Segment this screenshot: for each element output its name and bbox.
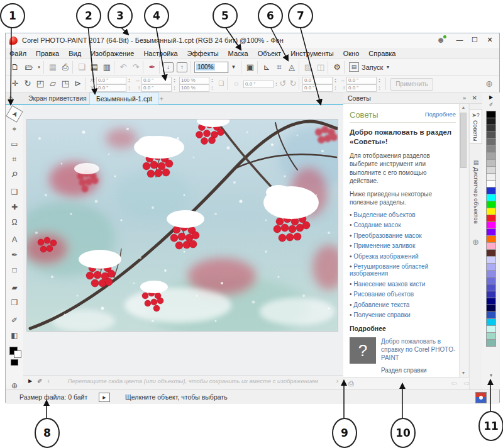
x-field[interactable]: 0.0 " — [96, 77, 126, 84]
mask-overlay-icon[interactable]: ◫ — [315, 62, 326, 73]
rectangle-mask-tool-icon[interactable]: ▭ — [8, 138, 21, 150]
rulers-icon[interactable]: ⊾ — [261, 62, 272, 73]
tips-link[interactable]: Выделение объектов — [350, 211, 456, 218]
paint-tool-icon[interactable]: ✒ — [8, 249, 21, 261]
eraser-tool-icon[interactable]: ▰ — [8, 281, 21, 294]
account-icon[interactable]: ☻ — [435, 35, 446, 45]
x-spinner[interactable]: ▴▾ — [127, 78, 131, 83]
save-icon[interactable]: ▦ — [47, 62, 58, 73]
width-spinner[interactable]: ▴▾ — [172, 78, 177, 83]
angle-field[interactable]: 0.0 ° — [243, 81, 274, 88]
scrollbar-thumb[interactable] — [460, 113, 467, 168]
tips-link[interactable]: Рисование объектов — [350, 291, 456, 298]
effect-tool-icon[interactable]: Ω — [8, 216, 21, 228]
perspective-icon[interactable]: ◳ — [60, 78, 71, 89]
close-button[interactable]: ✕ — [483, 36, 497, 44]
back-arrow-icon[interactable]: ⇦ — [451, 379, 457, 388]
palette-scroll-down-icon[interactable]: ▾ — [487, 372, 495, 379]
palette-flyout-icon[interactable]: ▶ — [487, 94, 495, 101]
fill-tool-icon[interactable]: ◧ — [8, 329, 21, 342]
distort-icon[interactable]: ⊳ — [72, 78, 84, 89]
scroll-down-icon[interactable]: ▼ — [460, 369, 467, 377]
minimize-button[interactable]: — — [453, 36, 467, 43]
pick-tool-icon[interactable]: ➤ — [6, 105, 23, 122]
tips-link[interactable]: Преобразование масок — [350, 232, 456, 239]
home-icon[interactable]: ⌂ — [8, 93, 13, 103]
export-icon[interactable]: ↑ — [177, 62, 187, 72]
rotate-mode-icon[interactable]: ↻ — [22, 78, 33, 89]
help-section-link[interactable]: Раздел справки — [381, 367, 456, 374]
mask-marquee-icon[interactable]: ▨ — [302, 62, 314, 73]
scroll-right-icon[interactable]: › — [336, 378, 338, 384]
y-spinner[interactable]: ▴▾ — [127, 86, 131, 91]
fullscreen-preview-icon[interactable]: ▣ — [245, 62, 256, 73]
undo-icon[interactable]: ↶ — [118, 62, 129, 73]
image-palette-eyedropper-icon[interactable]: ✐ — [37, 378, 42, 384]
touchup-tool-icon[interactable]: ✚ — [8, 201, 21, 213]
zoom-tool-icon[interactable]: ⚲ — [6, 165, 23, 183]
x2-field[interactable]: 0.0 " — [302, 77, 333, 84]
scale-x-field[interactable]: 100 % — [179, 77, 209, 84]
import-icon[interactable]: ↓ — [163, 62, 174, 72]
printer-icon[interactable]: ⎙ — [348, 379, 354, 388]
height-spinner[interactable]: ▴▾ — [172, 86, 177, 91]
drawing-window[interactable] — [23, 105, 343, 375]
menu-adjust[interactable]: Настройка — [143, 50, 177, 57]
menu-window[interactable]: Окно — [343, 50, 360, 57]
menu-file[interactable]: Файл — [9, 50, 26, 57]
add-docker-icon[interactable]: ⊕ — [472, 237, 479, 247]
paste-special-icon[interactable]: ▥ — [101, 62, 113, 73]
menu-mask[interactable]: Маска — [228, 50, 248, 57]
grid-icon[interactable]: ⌗ — [274, 62, 285, 73]
scale-x-spinner[interactable]: ▴▾ — [210, 78, 214, 83]
property-bar-customize-icon[interactable]: ⊕ — [484, 78, 495, 89]
tips-scrollbar[interactable]: ▲ ▼ — [459, 104, 468, 377]
clone-tool-icon[interactable]: ❏ — [8, 186, 21, 198]
docker-collapse-icon[interactable]: » — [463, 92, 466, 104]
menu-view[interactable]: Вид — [69, 50, 81, 57]
scale-y-spinner[interactable]: ▴▾ — [210, 86, 214, 91]
y-field[interactable]: 0.0 " — [96, 84, 126, 92]
docker-close-icon[interactable]: ✕ — [472, 92, 477, 104]
crop-tool-icon[interactable]: ⌗ — [8, 153, 21, 165]
launch-button[interactable]: ▤ Запуск ▼ — [349, 61, 390, 73]
x2-spinner[interactable]: ▴▾ — [333, 78, 338, 83]
pick-mode-icon[interactable]: ✛ — [9, 78, 21, 89]
menu-effects[interactable]: Эффекты — [187, 50, 219, 57]
mask-transform-tool-icon[interactable]: ⌖ — [8, 123, 21, 135]
maximize-button[interactable]: ☐ — [468, 36, 482, 44]
text-tool-icon[interactable]: A — [8, 233, 21, 246]
tips-link[interactable]: Добавление текста — [350, 301, 456, 308]
menu-edit[interactable]: Правка — [36, 50, 59, 57]
w2-spinner[interactable]: ▴▾ — [377, 78, 382, 83]
palette-pencil-icon[interactable]: ✐ — [487, 101, 495, 109]
tab-welcome-screen[interactable]: Экран приветствия — [22, 92, 93, 104]
status-flyout-icon[interactable]: ▶ — [99, 393, 110, 402]
options-gear-icon[interactable]: ⚙ — [331, 62, 343, 73]
print-icon[interactable]: ⎙ — [60, 62, 71, 73]
fill-color-swatch[interactable] — [11, 359, 18, 366]
height-field[interactable]: 0.0 " — [141, 84, 172, 92]
help-box[interactable]: ? Добро пожаловать в справку по Corel PH… — [350, 337, 456, 374]
tips-link[interactable]: Обрезка изображений — [350, 253, 456, 260]
background-color-swatch[interactable] — [14, 350, 21, 358]
skew-icon[interactable]: ▱ — [47, 78, 58, 89]
object-transparency-tool-icon[interactable]: ❐ — [8, 296, 21, 309]
tips-link[interactable]: Создание масок — [350, 221, 456, 228]
menu-help[interactable]: Справка — [368, 50, 395, 57]
menu-tools[interactable]: Инструменты — [290, 50, 334, 57]
menu-image[interactable]: Изображение — [91, 50, 134, 57]
w2-field[interactable]: 0.0 " — [346, 77, 377, 84]
flip-vertical-icon[interactable]: ↻ — [287, 78, 299, 89]
image-adjustment-lab-icon[interactable]: ✒ — [146, 62, 158, 73]
tips-link[interactable]: Ретуширование областей изображения — [350, 263, 456, 277]
menu-object[interactable]: Объект — [258, 50, 281, 57]
new-document-icon[interactable]: 🗋 — [9, 62, 21, 73]
image-palette-flyout-icon[interactable]: ▶ — [28, 378, 32, 384]
eyedropper-tool-icon[interactable]: ✐ — [8, 314, 21, 327]
h2-spinner[interactable]: ▴▾ — [377, 86, 382, 91]
color-swatch[interactable] — [486, 339, 496, 347]
y2-spinner[interactable]: ▴▾ — [333, 86, 338, 91]
h2-field[interactable]: 0.0 " — [346, 84, 377, 92]
new-tab-icon[interactable]: ＋ — [158, 94, 165, 103]
